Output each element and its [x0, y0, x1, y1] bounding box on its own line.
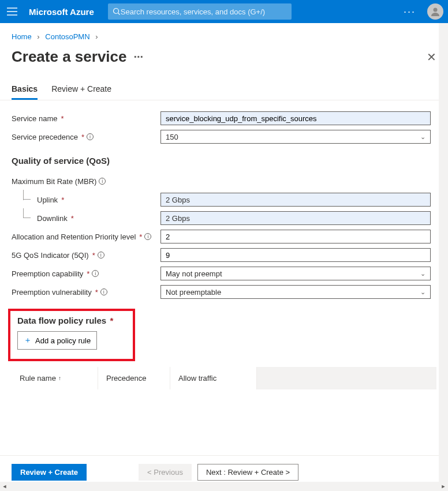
- arp-label: Allocation and Retention Priority level*…: [12, 233, 160, 241]
- col-allow-traffic[interactable]: Allow traffic: [170, 367, 257, 389]
- preempt-vuln-label: Preemption vulnerability* i: [12, 288, 160, 297]
- preempt-cap-label: Preemption capability* i: [12, 269, 160, 278]
- col-rule-name[interactable]: Rule name ↑: [12, 367, 98, 389]
- next-button[interactable]: Next : Review + Create >: [197, 464, 298, 481]
- brand-label: Microsoft Azure: [29, 7, 94, 17]
- scroll-left-icon[interactable]: ◄: [0, 482, 9, 491]
- chevron-down-icon: ⌄: [420, 133, 425, 141]
- top-header: Microsoft Azure ···: [0, 0, 448, 23]
- qos-header: Quality of service (QoS): [12, 156, 436, 166]
- add-policy-rule-button[interactable]: ＋ Add a policy rule: [17, 331, 97, 350]
- page-title-row: Create a service ··· ✕: [0, 46, 448, 80]
- service-precedence-label: Service precedence* i: [12, 133, 160, 141]
- arp-input[interactable]: [160, 230, 431, 243]
- service-name-label: Service name*: [12, 114, 160, 123]
- search-input[interactable]: [121, 8, 287, 16]
- service-precedence-select[interactable]: 150⌄: [160, 130, 431, 144]
- page-title-text: Create a service: [12, 48, 126, 66]
- header-more-icon[interactable]: ···: [399, 6, 420, 18]
- tab-basics[interactable]: Basics: [12, 80, 38, 100]
- policy-rules-highlight: Data flow policy rules * ＋ Add a policy …: [8, 309, 135, 361]
- info-icon[interactable]: i: [100, 288, 107, 295]
- mbr-label: Maximum Bit Rate (MBR) i: [12, 177, 160, 186]
- chevron-down-icon: ⌄: [420, 288, 425, 296]
- breadcrumb-resource[interactable]: ContosoPMN: [45, 32, 89, 41]
- fqi-label: 5G QoS Indicator (5QI)* i: [12, 251, 160, 260]
- preempt-vuln-select[interactable]: Not preemptable⌄: [160, 285, 431, 299]
- previous-button[interactable]: < Previous: [139, 464, 192, 481]
- rules-table-header: Rule name ↑ Precedence Allow traffic: [12, 367, 436, 389]
- service-name-input[interactable]: [160, 111, 431, 125]
- svg-point-0: [113, 9, 118, 14]
- page-title: Create a service ···: [12, 48, 143, 66]
- col-extra: [257, 367, 436, 389]
- avatar[interactable]: [427, 3, 443, 20]
- chevron-right-icon: ›: [95, 32, 98, 41]
- col-precedence[interactable]: Precedence: [98, 367, 170, 389]
- title-more-icon[interactable]: ···: [133, 50, 143, 63]
- breadcrumb-home[interactable]: Home: [12, 32, 32, 41]
- footer: Review + Create < Previous Next : Review…: [0, 455, 448, 481]
- chevron-right-icon: ›: [37, 32, 39, 41]
- downlink-input[interactable]: 2 Gbps: [160, 211, 431, 225]
- close-icon[interactable]: ✕: [427, 50, 436, 64]
- uplink-label: Uplink*: [37, 196, 160, 204]
- chevron-down-icon: ⌄: [420, 270, 425, 278]
- form-area: Service name* Service precedence* i 150⌄…: [0, 100, 448, 389]
- tabs: Basics Review + Create: [0, 80, 448, 100]
- horizontal-scrollbar[interactable]: ◄ ►: [0, 482, 448, 491]
- downlink-label: Downlink*: [37, 214, 160, 223]
- policy-rules-header: Data flow policy rules *: [17, 316, 126, 325]
- scroll-right-icon[interactable]: ►: [439, 482, 448, 491]
- fqi-input[interactable]: [160, 248, 431, 262]
- preempt-cap-select[interactable]: May not preempt⌄: [160, 267, 431, 280]
- review-create-button[interactable]: Review + Create: [12, 464, 87, 481]
- hamburger-menu-icon[interactable]: [5, 5, 20, 18]
- uplink-input[interactable]: 2 Gbps: [160, 193, 431, 207]
- vertical-scrollbar[interactable]: [439, 23, 448, 482]
- search-box[interactable]: [108, 3, 292, 20]
- info-icon[interactable]: i: [98, 252, 104, 258]
- info-icon[interactable]: i: [99, 178, 106, 185]
- info-icon[interactable]: i: [92, 270, 99, 277]
- breadcrumb: Home › ContosoPMN ›: [0, 23, 448, 46]
- info-icon[interactable]: i: [144, 233, 151, 240]
- search-icon: [113, 8, 121, 16]
- info-icon[interactable]: i: [87, 133, 94, 140]
- tab-review[interactable]: Review + Create: [51, 80, 111, 100]
- sort-up-icon: ↑: [58, 375, 61, 381]
- svg-point-1: [434, 8, 438, 12]
- plus-icon: ＋: [24, 335, 32, 346]
